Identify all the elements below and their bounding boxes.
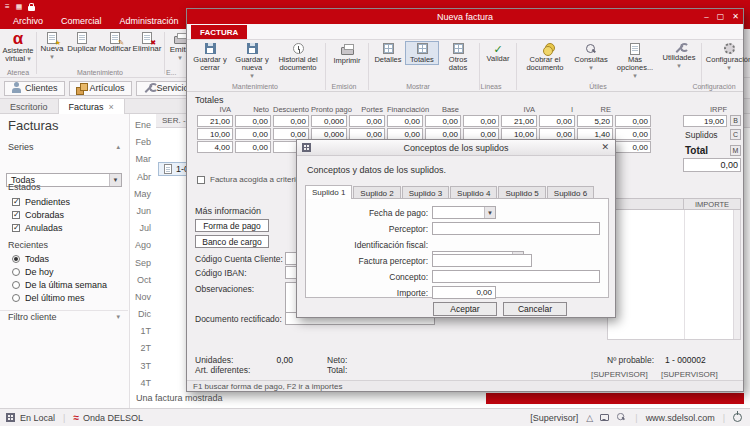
checkbox-pendientes[interactable]: Pendientes <box>0 195 128 208</box>
concepto-input[interactable] <box>432 270 600 283</box>
key-c-button[interactable]: C <box>730 129 741 140</box>
close-tab-icon[interactable]: × <box>109 102 114 112</box>
nueva-button[interactable]: ★ Nueva▾ <box>38 30 66 61</box>
month-item[interactable]: Jul <box>131 223 155 240</box>
radio-icon[interactable] <box>12 294 20 302</box>
month-item[interactable]: Ago <box>131 240 155 257</box>
radio-icon[interactable] <box>12 255 20 263</box>
forma-pago-button[interactable]: Forma de pago <box>195 219 269 232</box>
month-item[interactable]: 1T <box>131 326 155 343</box>
cobrar-documento-button[interactable]: Cobrar el documento <box>520 42 570 72</box>
radio-ultimo-mes[interactable]: Del último mes <box>0 291 128 304</box>
menu-comercial[interactable]: Comercial <box>54 15 109 27</box>
checkbox-icon[interactable] <box>12 211 20 219</box>
consultas-button[interactable]: Consultas ▾ <box>572 42 610 72</box>
utilidades-button[interactable]: Utilidades ▾ <box>660 42 698 70</box>
totals-cell[interactable]: 0,00 <box>615 115 651 127</box>
totals-cell[interactable]: 21,00 <box>197 115 233 127</box>
tab-escritorio[interactable]: Escritorio <box>0 99 58 114</box>
key-m-button[interactable]: M <box>730 145 741 156</box>
totals-cell[interactable]: 10,00 <box>197 128 233 140</box>
dialog-titlebar[interactable]: Nueva factura – ▢ ✕ <box>187 9 743 24</box>
importe-input[interactable]: 0,00 <box>432 286 496 299</box>
eliminar-button[interactable]: ✖ Eliminar <box>132 30 162 61</box>
imprimir-button[interactable]: Imprimir <box>329 42 365 65</box>
totals-cell[interactable]: 0,00 <box>235 115 271 127</box>
lock-icon[interactable] <box>28 6 35 11</box>
modificar-button[interactable]: ✎ Modificar <box>98 30 132 61</box>
totals-cell[interactable]: 0,00 <box>349 115 385 127</box>
totals-cell[interactable]: 4,00 <box>197 141 233 153</box>
menu-administracion[interactable]: Administración <box>113 15 186 27</box>
scrollbar[interactable] <box>733 210 740 339</box>
totals-cell[interactable]: 0,00 <box>273 115 309 127</box>
month-item[interactable]: Feb <box>131 137 155 154</box>
historial-button[interactable]: Historial del documento <box>274 42 322 72</box>
month-item[interactable]: Mar <box>131 154 155 171</box>
importe-column-header[interactable]: IMPORTE <box>684 199 740 209</box>
grid-icon[interactable] <box>6 413 15 422</box>
month-item[interactable]: May <box>131 189 155 206</box>
month-item[interactable]: 2T <box>131 343 155 360</box>
checkbox-cobradas[interactable]: Cobradas <box>0 208 128 221</box>
totals-cell[interactable]: 0,00 <box>235 128 271 140</box>
totals-cell[interactable]: 21,00 <box>501 115 537 127</box>
checkbox-anuladas[interactable]: Anuladas <box>0 221 128 234</box>
maximize-icon[interactable]: ▢ <box>717 12 725 21</box>
cancelar-button[interactable]: Cancelar <box>503 302 567 316</box>
supervisor-label[interactable]: [Supervisor] <box>530 413 578 423</box>
window-icon[interactable]: ▦ <box>16 3 23 11</box>
radio-icon[interactable] <box>12 281 20 289</box>
month-item[interactable]: Ene <box>131 120 155 137</box>
checkbox-icon[interactable] <box>12 224 20 232</box>
checkbox-icon[interactable] <box>197 176 205 184</box>
banco-cargo-button[interactable]: Banco de cargo <box>195 235 269 248</box>
totals-cell[interactable]: 0,00 <box>615 128 651 140</box>
tab-facturas[interactable]: Facturas × <box>58 99 125 114</box>
estados-section-header[interactable]: Estados <box>0 180 128 193</box>
assistant-button[interactable]: α Asistente virtual ▾ <box>2 30 34 63</box>
totals-cell[interactable]: 5,20 <box>577 115 613 127</box>
month-item[interactable]: 3T <box>131 361 155 378</box>
guardar-nueva-button[interactable]: Guardar y nueva ▾ <box>232 42 272 80</box>
month-item[interactable]: Jun <box>131 206 155 223</box>
month-item[interactable]: Sep <box>131 258 155 275</box>
totales-button[interactable]: Totales <box>406 42 438 64</box>
totals-cell[interactable]: 0,00 <box>615 141 651 153</box>
suplidos-titlebar[interactable]: Conceptos de los suplidos ✕ <box>297 140 615 156</box>
month-item[interactable]: Dic <box>131 309 155 326</box>
radio-icon[interactable] <box>12 268 20 276</box>
en-local-label[interactable]: En Local <box>20 413 55 423</box>
totals-cell[interactable]: 0,000 <box>311 115 347 127</box>
lines-grid-body[interactable] <box>607 210 741 340</box>
tab-suplido-1[interactable]: Suplido 1 <box>305 185 352 199</box>
irpf-value[interactable]: 19,00 <box>683 115 727 127</box>
power-icon[interactable] <box>733 413 742 422</box>
perceptor-input[interactable] <box>432 222 600 235</box>
detalles-button[interactable]: Detalles <box>372 42 404 64</box>
validar-button[interactable]: ✓ Validar <box>483 42 513 63</box>
mas-opciones-button[interactable]: Más opciones... ▾ <box>612 42 658 80</box>
close-icon[interactable]: ✕ <box>601 142 609 152</box>
totals-cell[interactable]: 0,00 <box>425 115 461 127</box>
suplidos-label[interactable]: Suplidos <box>685 130 718 140</box>
filtro-cliente-section-header[interactable]: Filtro cliente ▾ <box>0 310 128 323</box>
aceptar-button[interactable]: Aceptar <box>433 302 497 316</box>
month-item[interactable]: Abr <box>131 172 155 189</box>
radio-todas[interactable]: Todas <box>0 252 128 265</box>
website-link[interactable]: www.sdelsol.com <box>646 413 715 423</box>
key-b-button[interactable]: B <box>730 115 741 126</box>
totals-cell[interactable]: 0,00 <box>387 115 423 127</box>
brand-label[interactable]: Onda DELSOL <box>83 413 143 423</box>
factura-perceptor-input[interactable] <box>432 254 532 267</box>
radio-de-hoy[interactable]: De hoy <box>0 265 128 278</box>
close-icon[interactable]: ✕ <box>732 12 739 21</box>
fecha-pago-select[interactable]: ▼ <box>432 206 496 219</box>
totals-cell[interactable]: 0,00 <box>539 115 575 127</box>
otros-datos-button[interactable]: Otros datos <box>440 42 476 72</box>
duplicar-button[interactable]: Duplicar <box>66 30 98 61</box>
month-item[interactable]: Nov <box>131 292 155 309</box>
clientes-button[interactable]: Clientes <box>4 81 65 96</box>
configuracion-button[interactable]: Configuración ▾ <box>705 42 750 72</box>
articulos-button[interactable]: Artículos <box>69 81 132 96</box>
